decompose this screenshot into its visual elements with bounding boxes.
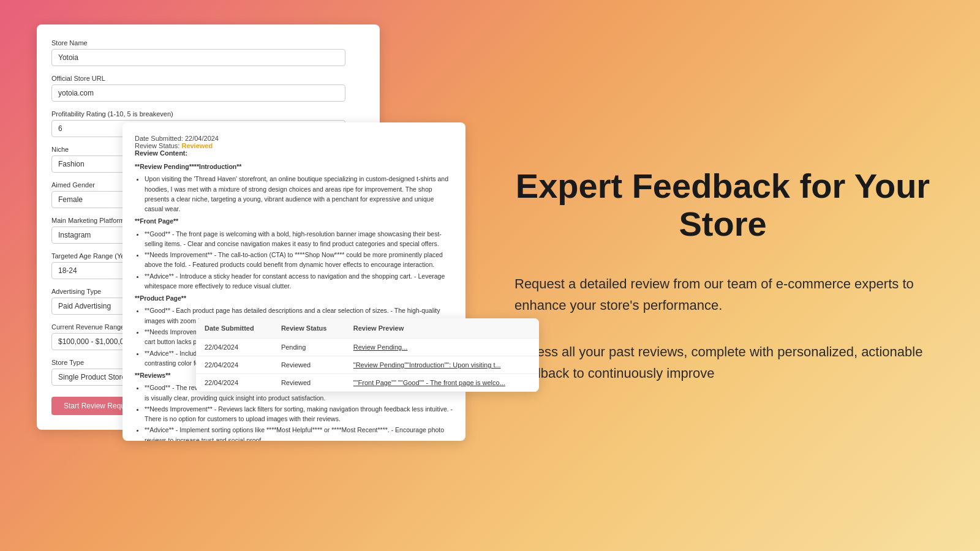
cell-date: 22/04/2024 (196, 374, 273, 392)
right-section: Expert Feedback for Your Store Request a… (478, 167, 943, 384)
store-name-label: Store Name (51, 39, 365, 47)
col-preview: Review Preview (345, 318, 539, 339)
product-page-heading: **Product Page** (135, 293, 453, 303)
cell-date: 22/04/2024 (196, 356, 273, 374)
good1: **Good** - The front page is welcoming w… (145, 229, 453, 249)
hero-body1: Request a detailed review from our team … (514, 273, 931, 316)
col-date: Date Submitted (196, 318, 273, 339)
cell-status: Pending (273, 339, 345, 356)
advice1: **Advice** - Introduce a sticky header f… (145, 271, 453, 291)
review-content-body: **Review Pending****Introduction** Upon … (135, 162, 453, 441)
intro-text: Upon visiting the 'Thread Haven' storefr… (145, 174, 453, 214)
col-status: Review Status (273, 318, 345, 339)
review-status-label: Review Status: (135, 142, 179, 149)
cell-preview[interactable]: Review Pending... (345, 339, 539, 356)
date-submitted-line: Date Submitted: 22/04/2024 (135, 135, 453, 142)
front-page-heading: **Front Page** (135, 216, 453, 226)
cell-date: 22/04/2024 (196, 339, 273, 356)
review-status-line: Review Status: Reviewed (135, 142, 453, 149)
review-card: Date Submitted: 22/04/2024 Review Status… (123, 122, 466, 441)
table-row: 22/04/2024PendingReview Pending... (196, 339, 539, 356)
hero-title: Expert Feedback for Your Store (514, 167, 931, 242)
cell-status: Reviewed (273, 374, 345, 392)
cell-preview[interactable]: "Review Pending""Introduction"": Upon vi… (345, 356, 539, 374)
table-header-row: Date Submitted Review Status Review Prev… (196, 318, 539, 339)
needs1: **Needs Improvement** - The call-to-acti… (145, 250, 453, 270)
store-url-label: Official Store URL (51, 75, 365, 82)
store-url-group: Official Store URL (51, 75, 365, 102)
table-row: 22/04/2024Reviewed"Review Pending""Intro… (196, 356, 539, 374)
cell-preview[interactable]: ""Front Page"" ""Good"" - The front page… (345, 374, 539, 392)
profitability-label: Profitability Rating (1-10, 5 is breakev… (51, 110, 365, 118)
hero-body2: Access all your past reviews, complete w… (514, 341, 931, 384)
intro-heading: **Review Pending****Introduction** (135, 162, 453, 171)
store-url-input[interactable] (51, 84, 345, 102)
review-content-label: Review Content: (135, 149, 453, 157)
review-meta: Date Submitted: 22/04/2024 Review Status… (135, 135, 453, 157)
store-name-group: Store Name (51, 39, 365, 66)
advice3: **Advice** - Implement sorting options l… (145, 425, 453, 441)
table-body: 22/04/2024PendingReview Pending...22/04/… (196, 339, 539, 392)
review-status-value: Reviewed (181, 142, 213, 149)
table-row: 22/04/2024Reviewed""Front Page"" ""Good"… (196, 374, 539, 392)
left-section: Store Name Official Store URL Profitabil… (37, 24, 478, 527)
date-submitted-value: 22/04/2024 (185, 135, 219, 142)
needs3: **Needs Improvement** - Reviews lack fil… (145, 404, 453, 424)
date-submitted-label: Date Submitted: (135, 135, 183, 142)
table-card: Date Submitted Review Status Review Prev… (196, 318, 539, 392)
cell-status: Reviewed (273, 356, 345, 374)
reviews-table: Date Submitted Review Status Review Prev… (196, 318, 539, 392)
store-name-input[interactable] (51, 49, 345, 66)
